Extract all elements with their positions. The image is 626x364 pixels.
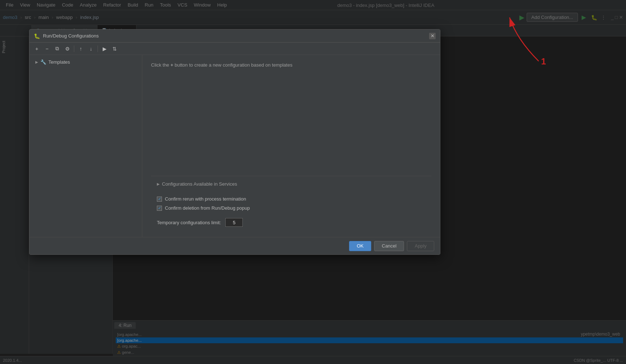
run-debug-dialog: 🐛 Run/Debug Configurations ✕ + − ⧉ ⚙ ↑ ↓… <box>29 29 440 255</box>
templates-wrench-icon: 🔧 <box>40 59 46 65</box>
services-section: ▶ Configurations Available in Services <box>151 176 431 192</box>
checkboxes-area: Confirm rerun with process termination C… <box>151 192 431 215</box>
dialog-buttons: OK Cancel Apply <box>29 237 440 254</box>
temp-limit-row: Temporary configurations limit: <box>151 215 431 230</box>
checkbox-deletion-label: Confirm deletion from Run/Debug popup <box>165 205 250 211</box>
checkbox-row-1: Confirm rerun with process termination <box>157 196 425 202</box>
services-expand-header[interactable]: ▶ Configurations Available in Services <box>157 180 425 188</box>
apply-button[interactable]: Apply <box>407 241 434 251</box>
modal-overlay: 🐛 Run/Debug Configurations ✕ + − ⧉ ⚙ ↑ ↓… <box>0 0 626 364</box>
dialog-spacer <box>151 75 431 176</box>
toolbar-separator-2 <box>98 46 98 52</box>
move-down-button[interactable]: ↓ <box>87 45 95 53</box>
expand-all-button[interactable]: ▶ <box>100 45 109 53</box>
checkbox-rerun[interactable] <box>157 197 162 202</box>
temp-limit-input[interactable] <box>225 218 243 227</box>
dialog-title-text: Run/Debug Configurations <box>43 33 99 39</box>
services-label: Configurations Available in Services <box>162 181 237 187</box>
dialog-toolbar: + − ⧉ ⚙ ↑ ↓ ▶ ⇅ <box>29 43 440 55</box>
dialog-hint-text: Click the + button to create a new confi… <box>151 62 431 68</box>
services-arrow-icon: ▶ <box>157 182 160 186</box>
dialog-tree-templates-label: Templates <box>48 59 70 65</box>
add-config-button[interactable]: + <box>32 45 41 53</box>
dialog-right-panel: Click the + button to create a new confi… <box>142 55 440 237</box>
dialog-title-bar: 🐛 Run/Debug Configurations ✕ <box>29 29 440 43</box>
move-up-button[interactable]: ↑ <box>76 45 85 53</box>
ok-button[interactable]: OK <box>349 241 371 251</box>
dialog-body: ▶ 🔧 Templates Click the + button to crea… <box>29 55 440 237</box>
settings-config-button[interactable]: ⚙ <box>63 45 72 53</box>
cancel-button[interactable]: Cancel <box>374 241 404 251</box>
remove-config-button[interactable]: − <box>43 45 51 53</box>
checkbox-row-2: Confirm deletion from Run/Debug popup <box>157 205 425 211</box>
dialog-tree-templates[interactable]: ▶ 🔧 Templates <box>29 58 142 66</box>
dialog-tree: ▶ 🔧 Templates <box>29 55 142 237</box>
temp-limit-label: Temporary configurations limit: <box>157 220 221 225</box>
checkbox-rerun-label: Confirm rerun with process termination <box>165 196 246 202</box>
dialog-close-button[interactable]: ✕ <box>429 33 436 39</box>
tree-arrow-icon: ▶ <box>35 60 38 64</box>
toolbar-separator <box>74 46 74 52</box>
dialog-icon: 🐛 <box>34 33 40 39</box>
sort-button[interactable]: ⇅ <box>110 45 119 53</box>
copy-config-button[interactable]: ⧉ <box>53 45 62 53</box>
checkbox-deletion[interactable] <box>157 206 162 211</box>
dialog-title: 🐛 Run/Debug Configurations <box>34 33 99 39</box>
